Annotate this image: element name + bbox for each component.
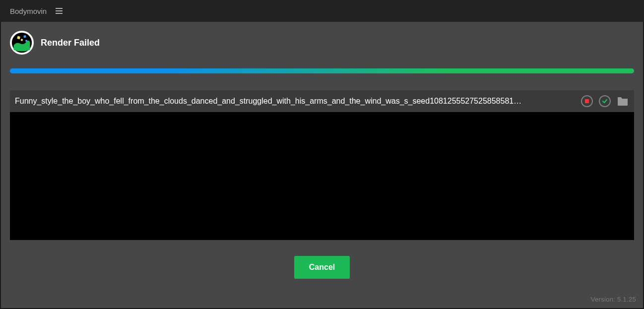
render-item-row: Funny_style_the_boy_who_fell_from_the_cl… xyxy=(10,90,634,112)
status-success-button[interactable] xyxy=(598,95,611,108)
record-button[interactable] xyxy=(580,95,593,108)
preview-area xyxy=(10,112,634,240)
svg-rect-2 xyxy=(23,35,26,38)
status-title: Render Failed xyxy=(41,38,100,48)
folder-icon xyxy=(617,96,629,107)
open-folder-button[interactable] xyxy=(616,95,629,108)
main-panel: Render Failed Funny_style_the_boy_who_fe… xyxy=(1,22,643,308)
footer-row: Cancel xyxy=(10,240,634,279)
app-name: Bodymovin xyxy=(10,7,47,15)
record-icon xyxy=(581,95,593,107)
item-filename: Funny_style_the_boy_who_fell_from_the_cl… xyxy=(15,97,576,106)
version-label: Version: 5.1.25 xyxy=(591,296,636,303)
svg-rect-4 xyxy=(25,40,27,42)
cancel-button[interactable]: Cancel xyxy=(294,256,350,279)
menu-icon[interactable] xyxy=(56,8,63,14)
check-circle-icon xyxy=(599,95,611,107)
app-logo-icon xyxy=(10,31,34,55)
header-row: Render Failed xyxy=(10,31,634,55)
progress-bar xyxy=(10,68,634,73)
title-bar: Bodymovin xyxy=(0,0,644,22)
